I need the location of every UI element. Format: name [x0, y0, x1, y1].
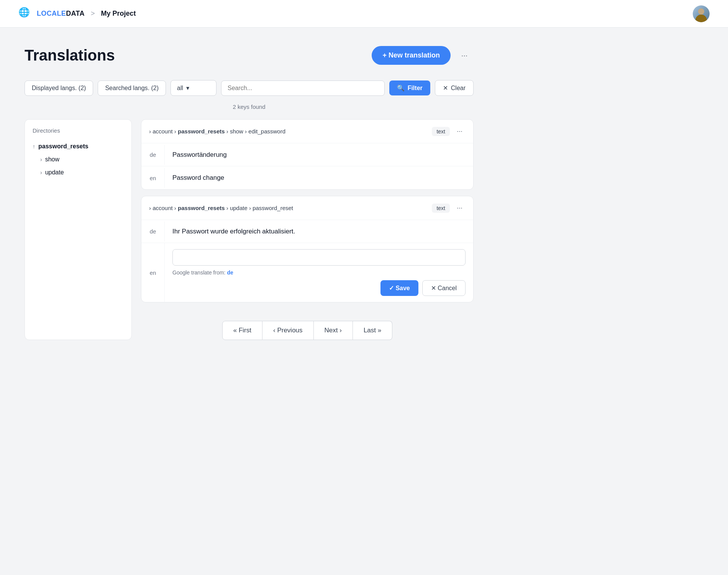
- card-1-breadcrumb: › account › password_resets › show › edi…: [149, 128, 285, 135]
- card-1-dots-button[interactable]: ···: [454, 126, 466, 137]
- translation-card-1: › account › password_resets › show › edi…: [141, 119, 474, 190]
- clear-button[interactable]: ✕ Clear: [435, 80, 474, 96]
- card-2-dots-button[interactable]: ···: [454, 202, 466, 214]
- translation-edit-input[interactable]: [172, 249, 466, 266]
- header: 🌐 LOCALEDATA > My Project: [0, 0, 728, 28]
- last-page-button[interactable]: Last »: [353, 321, 392, 340]
- header-left: 🌐 LOCALEDATA > My Project: [18, 7, 136, 21]
- directories-panel: Directories ↑ password_resets › show › u…: [25, 119, 132, 340]
- main-content: Translations + New translation ··· Displ…: [0, 28, 498, 358]
- card-2-breadcrumb: › account › password_resets › update › p…: [149, 205, 293, 211]
- card-2-actions: text ···: [432, 202, 466, 214]
- pagination: « First ‹ Previous Next › Last »: [141, 321, 474, 340]
- x-icon: ✕: [443, 84, 448, 92]
- card-1-header: › account › password_resets › show › edi…: [141, 120, 473, 143]
- filter-button[interactable]: 🔍 Filter: [389, 80, 430, 95]
- page-title-row: Translations + New translation ···: [25, 46, 474, 65]
- project-name: My Project: [101, 10, 136, 18]
- displayed-langs-button[interactable]: Displayed langs. (2): [25, 80, 93, 96]
- first-page-button[interactable]: « First: [222, 321, 262, 340]
- keys-found: 2 keys found: [25, 104, 474, 110]
- lang-en-1: en: [141, 169, 164, 187]
- google-translate-lang-link[interactable]: de: [227, 269, 233, 276]
- type-badge-2: text: [432, 204, 450, 213]
- searched-langs-button[interactable]: Searched langs. (2): [98, 80, 166, 96]
- breadcrumb-sep: >: [91, 10, 95, 18]
- globe-icon: 🌐: [18, 7, 32, 21]
- up-icon: ↑: [33, 143, 35, 150]
- translation-row-en-2: en Google translate from: de ✓ Save ✕ Ca…: [141, 243, 473, 302]
- avatar-image: [693, 5, 710, 22]
- lang-de-1: de: [141, 145, 164, 164]
- dir-label: show: [45, 156, 59, 163]
- type-badge-1: text: [432, 127, 450, 136]
- search-icon: 🔍: [397, 84, 405, 92]
- chevron-right-icon: ›: [40, 156, 42, 163]
- all-select[interactable]: all ▾: [171, 80, 216, 96]
- save-button[interactable]: ✓ Save: [380, 280, 418, 296]
- translation-value-en-1: Password change: [164, 168, 473, 188]
- translation-row-de-2: de Ihr Passwort wurde erfolgreich aktual…: [141, 220, 473, 243]
- directories-header: Directories: [33, 127, 124, 134]
- more-options-button[interactable]: ···: [455, 46, 474, 65]
- dir-item-update[interactable]: › update: [33, 166, 124, 179]
- translation-value-de-1: Passwortänderung: [164, 145, 473, 165]
- dir-label: password_resets: [38, 143, 89, 150]
- translations-panel: › account › password_resets › show › edi…: [141, 119, 474, 340]
- translation-card-2: › account › password_resets › update › p…: [141, 196, 474, 302]
- card-1-actions: text ···: [432, 126, 466, 137]
- translation-row-en-1: en Password change: [141, 166, 473, 189]
- edit-actions: ✓ Save ✕ Cancel: [172, 280, 466, 296]
- dir-item-password-resets[interactable]: ↑ password_resets: [33, 140, 124, 153]
- next-page-button[interactable]: Next ›: [314, 321, 353, 340]
- page-title: Translations: [25, 47, 115, 64]
- edit-section: Google translate from: de ✓ Save ✕ Cance…: [164, 243, 473, 302]
- title-actions: + New translation ···: [372, 46, 474, 65]
- dir-label: update: [45, 169, 64, 176]
- dir-item-show[interactable]: › show: [33, 153, 124, 166]
- google-translate-hint: Google translate from: de: [172, 269, 466, 276]
- lang-en-2: en: [141, 263, 164, 282]
- logo-text: LOCALEDATA: [37, 10, 85, 18]
- chevron-right-icon: ›: [40, 169, 42, 176]
- new-translation-button[interactable]: + New translation: [372, 46, 451, 65]
- chevron-down-icon: ▾: [186, 84, 189, 92]
- search-input[interactable]: [221, 80, 385, 96]
- filter-bar: Displayed langs. (2) Searched langs. (2)…: [25, 80, 474, 96]
- translation-row-de-1: de Passwortänderung: [141, 143, 473, 166]
- lang-de-2: de: [141, 222, 164, 241]
- cancel-button[interactable]: ✕ Cancel: [422, 280, 466, 296]
- card-2-header: › account › password_resets › update › p…: [141, 196, 473, 220]
- previous-page-button[interactable]: ‹ Previous: [262, 321, 314, 340]
- translation-value-de-2: Ihr Passwort wurde erfolgreich aktualisi…: [164, 222, 473, 242]
- content-layout: Directories ↑ password_resets › show › u…: [25, 119, 474, 340]
- avatar[interactable]: [693, 5, 710, 22]
